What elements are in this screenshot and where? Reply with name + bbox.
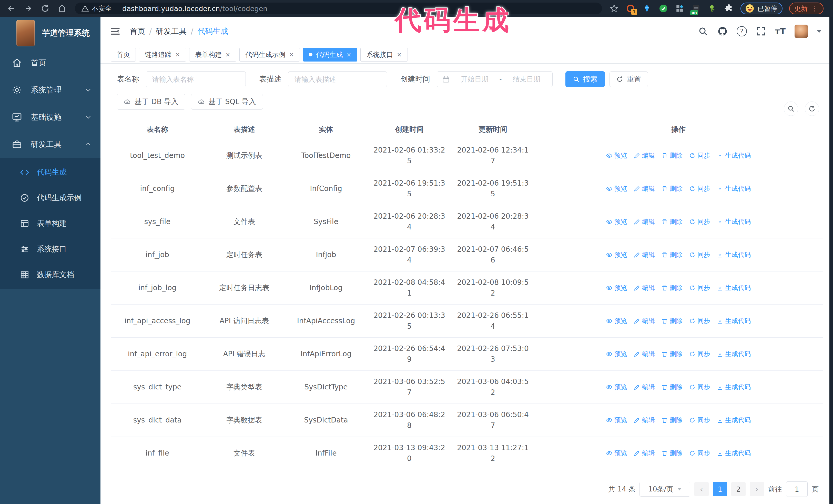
forward-icon[interactable] bbox=[23, 3, 34, 14]
prev-page-button[interactable] bbox=[694, 482, 709, 496]
edit-link[interactable]: 编辑 bbox=[634, 150, 655, 161]
submenu-item-db-docs[interactable]: 数据库文档 bbox=[0, 262, 100, 288]
generate-code-link[interactable]: 生成代码 bbox=[717, 316, 751, 326]
edit-link[interactable]: 编辑 bbox=[634, 448, 655, 459]
sync-link[interactable]: 同步 bbox=[689, 382, 710, 392]
preview-link[interactable]: 预览 bbox=[606, 349, 627, 359]
tab-close-icon[interactable] bbox=[397, 51, 402, 58]
generate-code-link[interactable]: 生成代码 bbox=[717, 216, 751, 227]
tab-codegen-example[interactable]: 代码生成示例 bbox=[239, 48, 300, 62]
delete-link[interactable]: 删除 bbox=[662, 249, 683, 260]
delete-link[interactable]: 删除 bbox=[662, 448, 683, 459]
sync-link[interactable]: 同步 bbox=[689, 183, 710, 194]
delete-link[interactable]: 删除 bbox=[662, 382, 683, 392]
show-search-button[interactable] bbox=[784, 101, 798, 116]
tab-close-icon[interactable] bbox=[225, 51, 231, 58]
submenu-item-codegen[interactable]: 代码生成 bbox=[0, 160, 100, 185]
preview-link[interactable]: 预览 bbox=[606, 283, 627, 293]
tab-form-builder[interactable]: 表单构建 bbox=[189, 48, 236, 62]
page-button-2[interactable]: 2 bbox=[731, 482, 745, 496]
extensions-puzzle-icon[interactable] bbox=[724, 4, 734, 13]
delete-link[interactable]: 删除 bbox=[662, 316, 683, 326]
sync-link[interactable]: 同步 bbox=[689, 349, 710, 359]
preview-link[interactable]: 预览 bbox=[606, 316, 627, 326]
sync-link[interactable]: 同步 bbox=[689, 448, 710, 459]
fullscreen-icon[interactable] bbox=[756, 26, 766, 37]
sidebar-item-system-management[interactable]: 系统管理 bbox=[0, 76, 100, 103]
generate-code-link[interactable]: 生成代码 bbox=[717, 448, 751, 459]
sync-link[interactable]: 同步 bbox=[689, 283, 710, 293]
edit-link[interactable]: 编辑 bbox=[634, 382, 655, 392]
table-name-input[interactable] bbox=[146, 71, 246, 87]
sync-link[interactable]: 同步 bbox=[689, 415, 710, 426]
extension-green-check-icon[interactable] bbox=[659, 4, 668, 13]
generate-code-link[interactable]: 生成代码 bbox=[717, 349, 751, 359]
logo-row[interactable]: 芋道管理系统 bbox=[0, 17, 100, 49]
hamburger-icon[interactable] bbox=[110, 26, 121, 37]
delete-link[interactable]: 删除 bbox=[662, 283, 683, 293]
generate-code-link[interactable]: 生成代码 bbox=[717, 249, 751, 260]
generate-code-link[interactable]: 生成代码 bbox=[717, 183, 751, 194]
generate-code-link[interactable]: 生成代码 bbox=[717, 283, 751, 293]
edit-link[interactable]: 编辑 bbox=[634, 183, 655, 194]
extension-gem-icon[interactable] bbox=[642, 4, 652, 13]
import-sql-button[interactable]: 基于 SQL 导入 bbox=[191, 94, 263, 110]
submenu-item-system-api[interactable]: 系统接口 bbox=[0, 236, 100, 262]
github-icon[interactable] bbox=[717, 26, 728, 37]
preview-link[interactable]: 预览 bbox=[606, 415, 627, 426]
user-avatar[interactable] bbox=[794, 25, 808, 38]
sync-link[interactable]: 同步 bbox=[689, 216, 710, 227]
breadcrumb-home[interactable]: 首页 bbox=[130, 26, 145, 37]
back-icon[interactable] bbox=[6, 3, 17, 14]
date-range-input[interactable]: 开始日期 - 结束日期 bbox=[437, 71, 553, 87]
generate-code-link[interactable]: 生成代码 bbox=[717, 382, 751, 392]
extension-dark-on-icon[interactable]: on bbox=[691, 4, 701, 13]
tab-close-icon[interactable] bbox=[346, 51, 351, 58]
preview-link[interactable]: 预览 bbox=[606, 216, 627, 227]
sidebar-item-dev-tools[interactable]: 研发工具 bbox=[0, 131, 100, 158]
tab-close-icon[interactable] bbox=[175, 51, 180, 58]
profile-paused-badge[interactable]: 已暂停 bbox=[740, 3, 783, 14]
sidebar-item-infrastructure[interactable]: 基础设施 bbox=[0, 103, 100, 131]
tab-close-icon[interactable] bbox=[289, 51, 294, 58]
edit-link[interactable]: 编辑 bbox=[634, 249, 655, 260]
tab-tracing[interactable]: 链路追踪 bbox=[139, 48, 186, 62]
sync-link[interactable]: 同步 bbox=[689, 249, 710, 260]
sync-link[interactable]: 同步 bbox=[689, 316, 710, 326]
page-button-1[interactable]: 1 bbox=[713, 482, 727, 496]
reset-button[interactable]: 重置 bbox=[610, 71, 648, 87]
extension-orange-icon[interactable]: 1 bbox=[626, 4, 635, 13]
refresh-button[interactable] bbox=[805, 101, 819, 116]
extension-grid-icon[interactable] bbox=[675, 4, 685, 13]
reload-icon[interactable] bbox=[40, 3, 51, 14]
avatar-caret-icon[interactable] bbox=[816, 30, 822, 33]
generate-code-link[interactable]: 生成代码 bbox=[717, 415, 751, 426]
home-icon[interactable] bbox=[56, 3, 68, 14]
edit-link[interactable]: 编辑 bbox=[634, 216, 655, 227]
font-size-icon[interactable] bbox=[775, 26, 786, 37]
tab-home[interactable]: 首页 bbox=[111, 48, 136, 62]
preview-link[interactable]: 预览 bbox=[606, 150, 627, 161]
import-db-button[interactable]: 基于 DB 导入 bbox=[117, 94, 185, 110]
submenu-item-form-builder[interactable]: 表单构建 bbox=[0, 211, 100, 236]
delete-link[interactable]: 删除 bbox=[662, 150, 683, 161]
help-icon[interactable] bbox=[737, 26, 747, 37]
delete-link[interactable]: 删除 bbox=[662, 216, 683, 227]
delete-link[interactable]: 删除 bbox=[662, 183, 683, 194]
edit-link[interactable]: 编辑 bbox=[634, 316, 655, 326]
generate-code-link[interactable]: 生成代码 bbox=[717, 150, 751, 161]
chrome-update-button[interactable]: 更新 ⋮ bbox=[789, 3, 824, 14]
delete-link[interactable]: 删除 bbox=[662, 415, 683, 426]
search-icon[interactable] bbox=[698, 26, 709, 37]
bookmark-star-icon[interactable] bbox=[609, 4, 619, 13]
chrome-menu-icon[interactable]: ⋮ bbox=[811, 5, 818, 12]
preview-link[interactable]: 预览 bbox=[606, 249, 627, 260]
delete-link[interactable]: 删除 bbox=[662, 349, 683, 359]
breadcrumb-dev-tools[interactable]: 研发工具 bbox=[156, 26, 187, 37]
submenu-item-codegen-example[interactable]: 代码生成示例 bbox=[0, 185, 100, 211]
table-desc-input[interactable] bbox=[288, 71, 387, 87]
edit-link[interactable]: 编辑 bbox=[634, 349, 655, 359]
sync-link[interactable]: 同步 bbox=[689, 150, 710, 161]
tab-codegen[interactable]: 代码生成 bbox=[303, 48, 357, 62]
page-size-select[interactable]: 10条/页 bbox=[640, 482, 690, 497]
